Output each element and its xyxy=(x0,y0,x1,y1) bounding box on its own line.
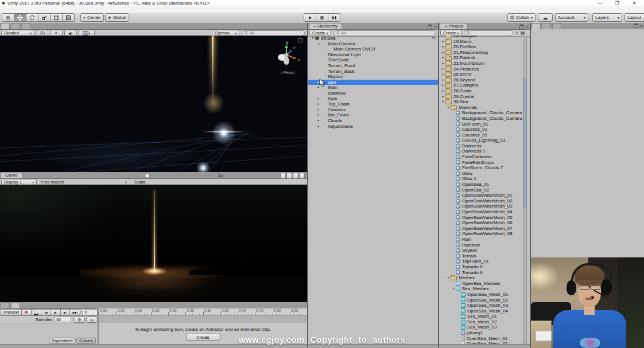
hierarchy-tab[interactable]: ≔ Hierarchy xyxy=(309,23,342,29)
expand-arrow[interactable]: ▸ xyxy=(441,39,445,45)
favorites-icon[interactable] xyxy=(515,31,519,35)
project-tab[interactable]: 🗀 Project xyxy=(440,23,468,29)
project-item[interactable]: ▾Materials xyxy=(439,105,522,111)
hierarchy-item[interactable]: ▸Adjustments xyxy=(308,124,438,130)
project-item[interactable]: Rainbow xyxy=(439,243,522,248)
expand-arrow[interactable]: ▸ xyxy=(441,83,445,88)
rect-tool-button[interactable] xyxy=(51,13,63,22)
game-viewport[interactable] xyxy=(0,185,307,302)
next-key-button[interactable]: ▶| xyxy=(61,309,71,315)
project-item[interactable]: TopFoam_01 xyxy=(439,259,522,264)
project-item[interactable]: ▸28.Oasis xyxy=(439,88,522,94)
expand-arrow[interactable]: ▾ xyxy=(316,41,321,47)
project-item[interactable]: ▸20.Fireflies xyxy=(439,44,522,50)
expand-arrow[interactable]: ▾ xyxy=(451,286,456,292)
inspector-tab[interactable] xyxy=(552,23,561,29)
expand-arrow[interactable]: ▸ xyxy=(441,50,445,56)
persp-label[interactable]: ◅ Persp xyxy=(279,70,294,75)
project-item[interactable]: Caustics_02 xyxy=(439,132,522,138)
expand-arrow[interactable]: ▾ xyxy=(446,105,451,111)
expand-arrow[interactable]: ▸ xyxy=(316,101,321,107)
expand-arrow[interactable]: ▸ xyxy=(441,77,445,83)
lock-icon[interactable] xyxy=(519,25,524,29)
collab-dropdown[interactable]: ✓Collab▾ xyxy=(507,13,536,22)
expand-arrow[interactable]: ▾ xyxy=(441,99,445,105)
game-toolbar-button[interactable] xyxy=(293,173,298,179)
expand-arrow[interactable]: ▸ xyxy=(441,67,445,72)
project-item[interactable]: OpenSea_02 xyxy=(439,187,522,193)
expand-arrow[interactable]: ▸ xyxy=(316,107,321,113)
hierarchy-item[interactable]: Rainbow xyxy=(308,91,438,96)
preview-button[interactable]: Preview xyxy=(1,309,22,315)
scene-tab[interactable] xyxy=(21,23,30,29)
project-item[interactable]: ▾30.Sea xyxy=(439,99,522,105)
play-button[interactable] xyxy=(304,13,316,22)
frame-field[interactable]: 0 xyxy=(83,310,98,315)
project-item[interactable]: OpenSeaWaterMesh_02 xyxy=(439,198,522,204)
project-item[interactable]: OpenSea_Mesh_04 xyxy=(439,308,522,314)
project-item[interactable]: FireStorm_Clouds 7 xyxy=(439,165,522,171)
scale-tool-button[interactable] xyxy=(38,13,51,22)
project-item[interactable]: OpenSea_01 xyxy=(439,182,522,187)
rotate-tool-button[interactable] xyxy=(26,13,38,22)
maximize-button[interactable]: ❐ xyxy=(608,0,626,6)
move-tool-button[interactable] xyxy=(14,13,26,22)
expand-arrow[interactable]: ▸ xyxy=(316,124,321,130)
project-item[interactable]: Background_Clouds_Camera 7 xyxy=(439,116,522,122)
hierarchy-item[interactable]: ▸Top_Foam xyxy=(308,101,438,107)
project-item[interactable]: ▸26.Beyond xyxy=(439,77,522,83)
hierarchy-item[interactable]: ▾Main Camera xyxy=(308,41,438,47)
hierarchy-item[interactable]: Terrain_Back xyxy=(308,69,438,75)
project-item[interactable]: OpenSeaWaterMesh_01 xyxy=(439,193,522,198)
record-button[interactable] xyxy=(22,309,32,315)
account-dropdown[interactable]: Account▾ xyxy=(555,13,588,22)
project-item[interactable]: Skybox xyxy=(439,248,522,253)
project-item[interactable]: ▸25.Mirror xyxy=(439,72,522,77)
project-item[interactable]: ▸21.PressureDrop xyxy=(439,50,522,56)
samples-field[interactable]: 60 xyxy=(55,316,71,322)
project-item[interactable]: OpenSeaWaterMesh_07 xyxy=(439,226,522,232)
prev-key-button[interactable]: |◀ xyxy=(41,309,51,315)
project-item[interactable]: Tornado 6 xyxy=(439,270,522,276)
project-item[interactable]: OpenSeaWaterMesh_08 xyxy=(439,231,522,237)
project-item[interactable]: OpenSeaWaterMesh_06 xyxy=(439,220,522,226)
project-item[interactable]: ▸22.Palantir xyxy=(439,55,522,61)
project-item[interactable]: Darkness 1 xyxy=(439,148,522,154)
play-anim-button[interactable]: ▶ xyxy=(51,309,61,315)
project-item[interactable]: Clouds_Lightning_03 xyxy=(439,138,522,143)
inspector-tab[interactable] xyxy=(542,23,551,29)
project-item[interactable]: FakeDarkness xyxy=(439,154,522,160)
hierarchy-item[interactable]: ▸Bot_Foam xyxy=(308,112,438,118)
pivot-global-button[interactable]: ⊕Global xyxy=(105,13,129,22)
hierarchy-search-input[interactable]: All xyxy=(333,30,436,36)
project-item[interactable]: OpenSea_Mesh_02 xyxy=(439,298,522,303)
project-item[interactable]: BotFoam_01 xyxy=(439,122,522,127)
scale-slider-track[interactable] xyxy=(143,175,211,175)
project-item[interactable]: OpenSea_Meshes xyxy=(439,281,522,287)
scene-viewport[interactable]: Y x Z ◅ Persp xyxy=(0,36,307,172)
hierarchy-item[interactable]: ▸Main xyxy=(308,85,438,91)
expand-arrow[interactable]: ▸ xyxy=(316,96,321,102)
expand-arrow[interactable]: ▸ xyxy=(441,44,445,50)
hierarchy-item[interactable]: TimeScale xyxy=(308,57,438,63)
project-item[interactable]: OpenSea_Mesh_03 xyxy=(439,303,522,308)
rect-transform-tool-button[interactable] xyxy=(63,13,75,22)
hierarchy-item[interactable]: ▸Sun xyxy=(308,80,438,85)
expand-arrow[interactable]: ▸ xyxy=(316,112,321,118)
close-button[interactable]: ✕ xyxy=(626,0,643,6)
expand-arrow[interactable]: ▸ xyxy=(441,55,445,61)
hierarchy-item[interactable]: ▸Caustics xyxy=(308,107,438,113)
scrollbar-thumb[interactable] xyxy=(523,79,526,208)
expand-arrow[interactable]: ▸ xyxy=(441,72,445,77)
project-item[interactable]: Sea_Mesh_03 xyxy=(439,324,522,330)
minimize-button[interactable]: — xyxy=(591,0,608,6)
pause-button[interactable] xyxy=(316,13,328,22)
panel-menu-icon[interactable]: ≡ xyxy=(526,25,528,29)
project-item[interactable]: Tornado 5 xyxy=(439,264,522,270)
hierarchy-item[interactable]: ▸Clouds xyxy=(308,118,438,124)
last-frame-button[interactable]: ▶▶| xyxy=(70,309,80,315)
project-item[interactable]: Terrain xyxy=(439,253,522,259)
axis-gizmo[interactable]: Y x Z xyxy=(273,40,300,70)
project-search-input[interactable] xyxy=(464,30,513,36)
project-scrollbar[interactable] xyxy=(523,36,527,344)
